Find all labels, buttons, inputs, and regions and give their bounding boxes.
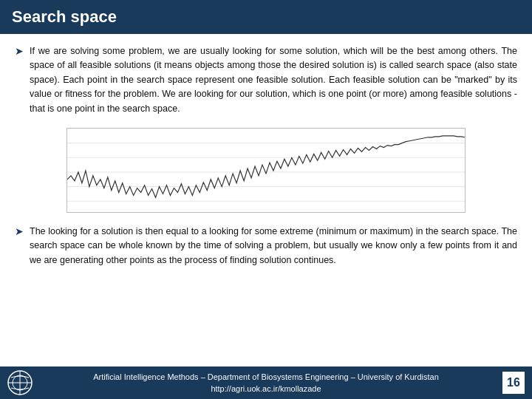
slide-header: Search space (0, 0, 532, 34)
chart-svg (67, 129, 465, 212)
slide-title: Search space (12, 7, 117, 26)
bullet-2-block: ➤ The looking for a solution is then equ… (15, 225, 517, 267)
bullet-2-arrow: ➤ (15, 225, 25, 237)
bullet-1-text: If we are solving some problem, we are u… (30, 44, 517, 116)
footer-text: Artificial Intelligence Methods – Depart… (93, 371, 439, 395)
slide-content: ➤ If we are solving some problem, we are… (0, 34, 532, 366)
footer-line1: Artificial Intelligence Methods – Depart… (93, 371, 439, 383)
page-number: 16 (502, 372, 525, 394)
slide-footer: Artificial Intelligence Methods – Depart… (0, 366, 532, 399)
bullet-2-text: The looking for a solution is then equal… (30, 225, 517, 267)
footer-icon (7, 370, 33, 395)
bullet-1-arrow: ➤ (15, 45, 25, 57)
bullet-1-block: ➤ If we are solving some problem, we are… (15, 44, 517, 116)
footer-line2: http://agri.uok.ac.ir/kmollazade (93, 383, 439, 395)
slide: Search space ➤ If we are solving some pr… (0, 0, 532, 399)
chart-container (66, 128, 466, 213)
